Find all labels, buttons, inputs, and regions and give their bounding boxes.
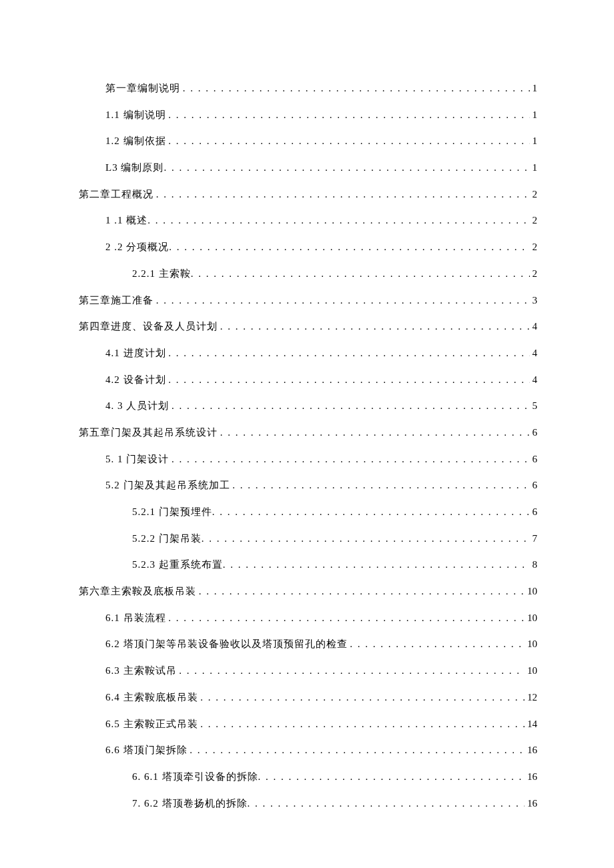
toc-entry: 6.1 吊装流程 10: [79, 613, 537, 623]
toc-leader-dots: [223, 560, 530, 570]
toc-label: 6.3 主索鞍试吊: [105, 666, 177, 676]
toc-leader-dots: [147, 215, 529, 226]
toc-label: 5.2.2 门架吊装: [132, 534, 202, 544]
toc-entry: 6.2 塔顶门架等吊装设备验收以及塔顶预留孔的检查 10: [79, 639, 537, 649]
toc-list: 第一章编制说明 11.1 编制说明 11.2 编制依据 1L3 编制原则1第二章…: [79, 83, 537, 809]
toc-entry: 6.3 主索鞍试吊 10: [79, 666, 537, 676]
toc-leader-dots: [164, 163, 529, 173]
toc-entry: 第五章门架及其起吊系统设计 6: [79, 428, 537, 438]
toc-leader-dots: [232, 480, 529, 490]
toc-leader-dots: [168, 110, 529, 120]
toc-page-number: 4: [530, 322, 538, 332]
toc-leader-dots: [200, 719, 525, 729]
toc-entry: 2.2.1 主索鞍2: [79, 269, 537, 279]
toc-leader-dots: [172, 454, 530, 464]
toc-leader-dots: [258, 772, 525, 782]
toc-leader-dots: [199, 586, 525, 596]
toc-label: 6.4 主索鞍底板吊装: [105, 693, 198, 703]
toc-page-number: 7: [530, 534, 538, 544]
toc-label: 1.2 编制依据: [105, 136, 166, 146]
toc-entry: 1.1 编制说明 1: [79, 110, 537, 120]
toc-page-number: 4: [530, 375, 538, 385]
toc-label: 2 .2 分项概况: [105, 242, 169, 252]
toc-entry: 1.2 编制依据 1: [79, 136, 537, 146]
toc-entry: 6. 6.1 塔顶牵引设备的拆除16: [79, 772, 537, 782]
toc-label: 6.6 塔顶门架拆除: [105, 745, 188, 755]
toc-label: 第一章编制说明: [105, 83, 180, 93]
toc-page-number: 6: [530, 507, 538, 517]
toc-label: 6. 6.1 塔顶牵引设备的拆除: [132, 772, 258, 782]
toc-entry: 5. 1 门架设计 6: [79, 454, 537, 464]
toc-leader-dots: [168, 348, 529, 358]
toc-leader-dots: [191, 269, 530, 279]
toc-label: 5.2 门架及其起吊系统加工: [105, 480, 230, 490]
toc-page-number: 4: [530, 348, 538, 358]
toc-entry: 2 .2 分项概况2: [79, 242, 537, 252]
toc-page-number: 6: [530, 428, 538, 438]
toc-label: 1 .1 概述: [105, 215, 147, 226]
toc-page-number: 16: [525, 745, 537, 755]
toc-entry: 4.2 设备计划 4: [79, 375, 537, 385]
toc-leader-dots: [220, 322, 530, 332]
toc-leader-dots: [190, 745, 525, 755]
toc-page-number: 1: [530, 110, 538, 120]
toc-page-number: 10: [525, 666, 537, 676]
toc-leader-dots: [248, 799, 525, 809]
toc-label: 4.2 设备计划: [105, 375, 166, 385]
toc-page-number: 1: [530, 163, 538, 173]
toc-entry: 5.2.3 起重系统布置8: [79, 560, 537, 570]
toc-entry: 第三章施工准备 3: [79, 296, 537, 306]
toc-page-number: 10: [525, 613, 537, 623]
toc-label: 5.2.3 起重系统布置: [132, 560, 223, 570]
toc-leader-dots: [168, 136, 529, 146]
toc-entry: 第二章工程概况 2: [79, 189, 537, 199]
toc-label: 7. 6.2 塔顶卷扬机的拆除: [132, 799, 248, 809]
toc-entry: 5.2.2 门架吊装7: [79, 534, 537, 544]
toc-entry: 6.4 主索鞍底板吊装 12: [79, 693, 537, 703]
toc-entry: 6.6 塔顶门架拆除 16: [79, 745, 537, 755]
toc-leader-dots: [220, 428, 530, 438]
toc-label: 2.2.1 主索鞍: [132, 269, 191, 279]
toc-label: 第三章施工准备: [79, 296, 154, 306]
toc-page: 第一章编制说明 11.1 编制说明 11.2 编制依据 1L3 编制原则1第二章…: [0, 0, 614, 868]
toc-page-number: 2: [530, 269, 538, 279]
toc-page-number: 6: [530, 454, 538, 464]
toc-entry: L3 编制原则1: [79, 163, 537, 173]
toc-label: L3 编制原则: [105, 163, 164, 173]
toc-leader-dots: [179, 666, 525, 676]
toc-entry: 第四章进度、设备及人员计划 4: [79, 322, 537, 332]
toc-page-number: 2: [530, 242, 538, 252]
toc-leader-dots: [156, 189, 530, 199]
toc-entry: 第一章编制说明 1: [79, 83, 537, 93]
toc-leader-dots: [169, 242, 529, 252]
toc-leader-dots: [350, 639, 525, 649]
toc-page-number: 6: [530, 480, 538, 490]
toc-entry: 5.2.1 门架预埋件6: [79, 507, 537, 517]
toc-entry: 4.1 进度计划 4: [79, 348, 537, 358]
toc-page-number: 10: [525, 586, 537, 596]
toc-label: 6.5 主索鞍正式吊装: [105, 719, 198, 729]
toc-leader-dots: [172, 401, 530, 411]
toc-page-number: 16: [525, 799, 537, 809]
toc-entry: 5.2 门架及其起吊系统加工 6: [79, 480, 537, 490]
toc-entry: 第六章主索鞍及底板吊装 10: [79, 586, 537, 596]
toc-leader-dots: [202, 534, 530, 544]
toc-label: 5. 1 门架设计: [105, 454, 169, 464]
toc-entry: 1 .1 概述2: [79, 215, 537, 226]
toc-leader-dots: [168, 375, 529, 385]
toc-label: 第六章主索鞍及底板吊装: [79, 586, 196, 596]
toc-leader-dots: [212, 507, 530, 517]
toc-page-number: 16: [525, 772, 537, 782]
toc-page-number: 5: [530, 401, 538, 411]
toc-entry: 4. 3 人员计划 5: [79, 401, 537, 411]
toc-page-number: 2: [530, 215, 538, 226]
toc-label: 第四章进度、设备及人员计划: [79, 322, 218, 332]
toc-entry: 7. 6.2 塔顶卷扬机的拆除16: [79, 799, 537, 809]
toc-entry: 6.5 主索鞍正式吊装 14: [79, 719, 537, 729]
toc-page-number: 8: [530, 560, 538, 570]
toc-page-number: 1: [530, 136, 538, 146]
toc-leader-dots: [156, 296, 530, 306]
toc-label: 1.1 编制说明: [105, 110, 166, 120]
toc-page-number: 14: [525, 719, 537, 729]
toc-page-number: 12: [525, 693, 537, 703]
